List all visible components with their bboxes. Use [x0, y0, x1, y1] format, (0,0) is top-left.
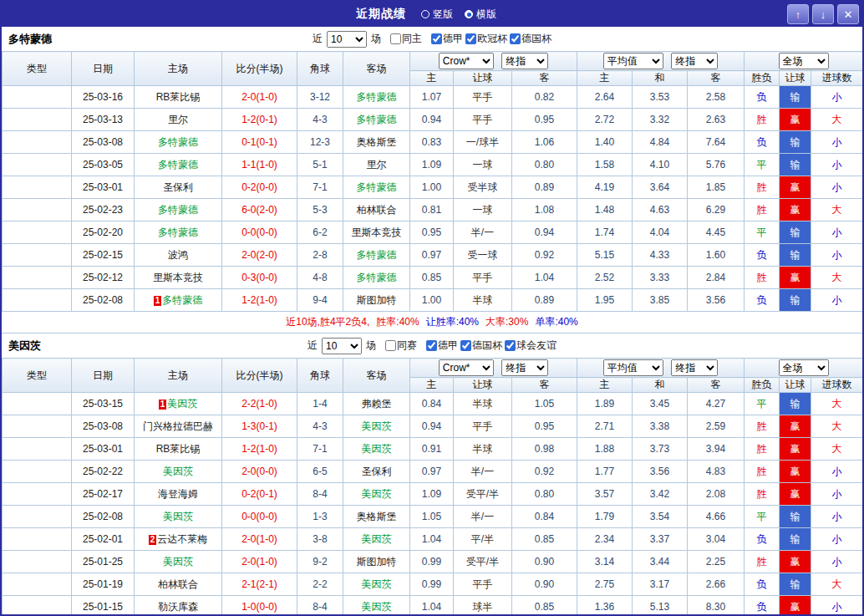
match-row: 德甲25-02-081多特蒙德1-2(1-0)9-4斯图加特1.00半球0.89…	[3, 289, 863, 312]
league-checkbox[interactable]	[505, 340, 516, 351]
home-team-cell[interactable]: 美因茨	[135, 551, 222, 573]
league-checkbox[interactable]	[426, 340, 437, 351]
away-team-cell[interactable]: 圣保利	[343, 461, 410, 483]
radio-vertical-layout[interactable]: 竖版	[421, 8, 453, 22]
handicap-cell: 球半	[454, 596, 512, 616]
match-count-select[interactable]: 10	[322, 338, 362, 354]
result-cell: 负	[745, 573, 780, 596]
scroll-up-button[interactable]: ↑	[787, 4, 809, 24]
odds-cell: 4.10	[633, 154, 688, 176]
home-team-cell[interactable]: 里斯本竞技	[135, 267, 222, 289]
match-row: 德甲25-02-23多特蒙德6-0(2-0)5-3柏林联合0.81一球1.081…	[3, 199, 863, 221]
odds-cell: 3.54	[633, 506, 688, 528]
col-date: 日期	[72, 359, 135, 393]
goals-cell: 大	[811, 573, 863, 596]
away-team-cell[interactable]: 美因茨	[343, 483, 410, 506]
league-checkbox[interactable]	[510, 33, 521, 44]
bookmaker-select[interactable]: Crow*	[439, 359, 494, 376]
average-select[interactable]: 平均值	[603, 359, 663, 376]
filter-checkbox-league-1[interactable]: 德甲	[426, 339, 458, 353]
odds-cell: 1.85	[688, 176, 745, 199]
away-team-cell[interactable]: 弗赖堡	[343, 393, 410, 415]
scope-select[interactable]: 全场	[779, 53, 829, 69]
home-team-cell[interactable]: 1美因茨	[135, 393, 222, 415]
match-row: 德甲25-02-15波鸿2-0(2-0)2-8多特蒙德0.97受一球0.925.…	[3, 244, 863, 267]
filter-checkbox-league-3[interactable]: 德国杯	[510, 32, 551, 46]
handicap-result-cell: 输	[780, 573, 811, 596]
col-date: 日期	[72, 52, 135, 86]
close-button[interactable]: ✕	[837, 4, 859, 24]
away-team-cell[interactable]: 柏林联合	[343, 199, 410, 221]
league-checkbox[interactable]	[465, 33, 476, 44]
avg-stage-select[interactable]: 终指	[671, 53, 718, 69]
radio-horizontal-layout[interactable]: 横版	[465, 8, 496, 22]
scope-select[interactable]: 全场	[779, 359, 829, 376]
avg-stage-select[interactable]: 终指	[671, 359, 718, 376]
odds-stage-select[interactable]: 终指	[501, 359, 548, 376]
scroll-down-button[interactable]: ↓	[812, 4, 834, 24]
summary-segment: 大率:30%	[485, 316, 528, 328]
handicap-cell: 受一球	[454, 244, 512, 267]
filter-checkbox-same-home[interactable]: 同主	[390, 32, 422, 46]
result-cell: 负	[745, 244, 780, 267]
average-select[interactable]: 平均值	[603, 53, 663, 69]
same-event-checkbox[interactable]	[385, 340, 396, 351]
home-team-cell[interactable]: 勒沃库森	[135, 596, 222, 616]
filter-checkbox-league-3[interactable]: 球会友谊	[505, 339, 557, 353]
away-team-cell[interactable]: 斯图加特	[343, 289, 410, 312]
home-team-cell[interactable]: 门兴格拉德巴赫	[135, 415, 222, 438]
date-cell: 25-02-22	[72, 461, 135, 483]
home-team-cell[interactable]: 2云达不莱梅	[135, 528, 222, 551]
filter-checkbox-league-2[interactable]: 德国杯	[460, 339, 502, 353]
away-team-cell[interactable]: 奥格斯堡	[343, 131, 410, 154]
score-cell: 2-0(2-0)	[222, 244, 297, 267]
home-team-cell[interactable]: 里尔	[135, 109, 222, 131]
home-team-cell[interactable]: 1多特蒙德	[135, 289, 222, 312]
home-team-cell[interactable]: RB莱比锡	[135, 86, 222, 109]
odds-cell: 3.32	[633, 109, 688, 131]
away-team-cell[interactable]: 里斯本竞技	[343, 221, 410, 244]
away-team-cell[interactable]: 美因茨	[343, 596, 410, 616]
home-team-cell[interactable]: 柏林联合	[135, 573, 222, 596]
filter-checkbox-league-2[interactable]: 欧冠杯	[465, 32, 507, 46]
odds-cell: 1.89	[577, 393, 633, 415]
league-cell: 德甲	[3, 244, 72, 267]
away-team-cell[interactable]: 多特蒙德	[343, 86, 410, 109]
home-team-cell[interactable]: 圣保利	[135, 176, 222, 199]
home-team-cell[interactable]: 多特蒙德	[135, 221, 222, 244]
match-count-select[interactable]: 10	[327, 31, 367, 48]
handicap-result-cell: 赢	[780, 415, 811, 438]
handicap-result-cell: 输	[780, 131, 811, 154]
away-team-cell[interactable]: 奥格斯堡	[343, 506, 410, 528]
filter-checkbox-league-1[interactable]: 德甲	[431, 32, 463, 46]
away-team-cell[interactable]: 美因茨	[343, 438, 410, 461]
away-team-cell[interactable]: 美因茨	[343, 528, 410, 551]
filter-checkbox-same-event[interactable]: 同赛	[385, 339, 417, 353]
match-row: 德甲25-03-151美因茨2-2(1-0)1-4弗赖堡0.84半球1.051.…	[3, 393, 863, 415]
home-team-cell[interactable]: 多特蒙德	[135, 199, 222, 221]
away-team-cell[interactable]: 多特蒙德	[343, 176, 410, 199]
home-team-cell[interactable]: 美因茨	[135, 506, 222, 528]
odds-stage-select[interactable]: 终指	[501, 53, 548, 69]
away-team-cell[interactable]: 美因茨	[343, 415, 410, 438]
away-team-cell[interactable]: 斯图加特	[343, 551, 410, 573]
home-team-cell[interactable]: 海登海姆	[135, 483, 222, 506]
away-team-cell[interactable]: 多特蒙德	[343, 109, 410, 131]
home-team-cell[interactable]: 波鸿	[135, 244, 222, 267]
bookmaker-select[interactable]: Crow*	[439, 53, 494, 69]
away-team-cell[interactable]: 美因茨	[343, 573, 410, 596]
away-team-cell[interactable]: 多特蒙德	[343, 267, 410, 289]
away-team-cell[interactable]: 里尔	[343, 154, 410, 176]
home-team-cell[interactable]: 美因茨	[135, 461, 222, 483]
same-home-checkbox[interactable]	[390, 33, 401, 44]
league-checkbox[interactable]	[460, 340, 471, 351]
league-checkbox[interactable]	[431, 33, 442, 44]
home-team-cell[interactable]: 多特蒙德	[135, 131, 222, 154]
home-team-cell[interactable]: 多特蒙德	[135, 154, 222, 176]
odds-cell: 2.75	[577, 573, 633, 596]
date-cell: 25-02-17	[72, 483, 135, 506]
home-team-cell[interactable]: RB莱比锡	[135, 438, 222, 461]
result-cell: 胜	[745, 176, 780, 199]
away-team-cell[interactable]: 多特蒙德	[343, 244, 410, 267]
odds-cell: 1.09	[410, 483, 454, 506]
